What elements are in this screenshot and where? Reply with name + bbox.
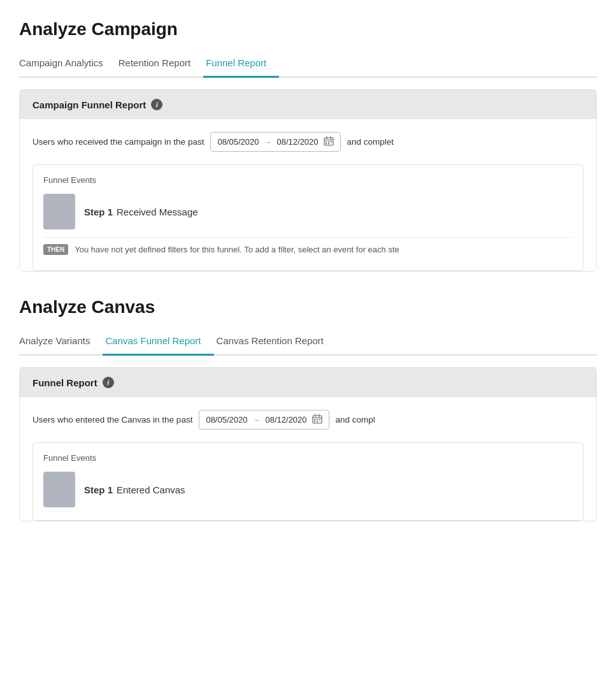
campaign-step1-block bbox=[43, 194, 75, 229]
canvas-date-label: Users who entered the Canvas in the past bbox=[32, 415, 192, 424]
campaign-date-to: 08/12/2020 bbox=[276, 137, 318, 147]
analyze-canvas-title: Analyze Canvas bbox=[19, 297, 597, 317]
campaign-date-range-input[interactable]: 08/05/2020 → 08/12/2020 bbox=[210, 132, 340, 152]
campaign-funnel-events-box: Funnel Events Step 1Received Message THE… bbox=[32, 164, 584, 271]
campaign-tab-bar: Campaign Analytics Retention Report Funn… bbox=[19, 51, 597, 78]
campaign-date-from: 08/05/2020 bbox=[217, 137, 259, 147]
campaign-funnel-events-label: Funnel Events bbox=[43, 175, 573, 185]
svg-rect-14 bbox=[317, 419, 318, 421]
canvas-funnel-card: Funnel Report i Users who entered the Ca… bbox=[19, 367, 597, 521]
tab-retention-report[interactable]: Retention Report bbox=[116, 51, 203, 78]
svg-rect-13 bbox=[314, 419, 315, 421]
canvas-step1-row: Step 1Entered Canvas bbox=[43, 472, 573, 507]
analyze-campaign-section: Analyze Campaign Campaign Analytics Rete… bbox=[19, 19, 597, 272]
canvas-calendar-icon[interactable] bbox=[312, 414, 322, 426]
campaign-date-row: Users who received the campaign in the p… bbox=[32, 132, 584, 152]
canvas-step1-block bbox=[43, 472, 75, 507]
canvas-arrow-icon: → bbox=[252, 416, 260, 424]
campaign-funnel-header-label: Campaign Funnel Report bbox=[32, 99, 146, 110]
canvas-date-row: Users who entered the Canvas in the past… bbox=[32, 410, 584, 430]
canvas-funnel-card-body: Users who entered the Canvas in the past… bbox=[20, 397, 596, 521]
campaign-date-label: Users who received the campaign in the p… bbox=[32, 137, 204, 147]
campaign-then-row: THEN You have not yet defined filters fo… bbox=[43, 237, 573, 258]
campaign-step1-label: Step 1Received Message bbox=[84, 207, 198, 217]
campaign-funnel-card-body: Users who received the campaign in the p… bbox=[20, 119, 596, 271]
campaign-funnel-info-icon[interactable]: i bbox=[151, 99, 162, 110]
canvas-funnel-info-icon[interactable]: i bbox=[103, 377, 114, 388]
svg-rect-6 bbox=[331, 141, 332, 143]
tab-analyze-variants[interactable]: Analyze Variants bbox=[19, 329, 103, 356]
svg-rect-17 bbox=[317, 421, 318, 423]
analyze-canvas-section: Analyze Canvas Analyze Variants Canvas F… bbox=[19, 297, 597, 521]
canvas-date-from: 08/05/2020 bbox=[206, 415, 247, 424]
canvas-and-complete: and compl bbox=[336, 415, 375, 424]
tab-campaign-analytics[interactable]: Campaign Analytics bbox=[19, 51, 116, 78]
svg-rect-4 bbox=[326, 141, 327, 143]
tab-canvas-funnel-report[interactable]: Canvas Funnel Report bbox=[103, 329, 213, 356]
canvas-funnel-events-box: Funnel Events Step 1Entered Canvas bbox=[32, 442, 584, 521]
campaign-and-complete: and complet bbox=[347, 137, 394, 147]
campaign-arrow-icon: → bbox=[264, 138, 271, 147]
canvas-date-range-input[interactable]: 08/05/2020 → 08/12/2020 bbox=[199, 410, 329, 430]
svg-rect-16 bbox=[314, 421, 315, 423]
svg-rect-7 bbox=[326, 143, 327, 145]
canvas-tab-bar: Analyze Variants Canvas Funnel Report Ca… bbox=[19, 329, 597, 356]
canvas-funnel-card-header: Funnel Report i bbox=[20, 368, 596, 397]
canvas-step1-label: Step 1Entered Canvas bbox=[84, 484, 185, 495]
campaign-funnel-card: Campaign Funnel Report i Users who recei… bbox=[19, 89, 597, 272]
analyze-campaign-title: Analyze Campaign bbox=[19, 19, 597, 40]
tab-funnel-report[interactable]: Funnel Report bbox=[203, 51, 279, 78]
svg-rect-8 bbox=[328, 143, 329, 145]
canvas-funnel-header-label: Funnel Report bbox=[32, 377, 97, 388]
canvas-funnel-events-label: Funnel Events bbox=[43, 453, 573, 463]
svg-rect-15 bbox=[319, 419, 320, 421]
campaign-step1-row: Step 1Received Message bbox=[43, 194, 573, 229]
campaign-funnel-card-header: Campaign Funnel Report i bbox=[20, 90, 596, 119]
campaign-filter-hint: You have not yet defined filters for thi… bbox=[75, 245, 573, 254]
svg-rect-5 bbox=[328, 141, 329, 143]
campaign-calendar-icon[interactable] bbox=[324, 136, 334, 148]
campaign-then-badge: THEN bbox=[43, 244, 68, 255]
tab-canvas-retention-report[interactable]: Canvas Retention Report bbox=[214, 329, 336, 356]
canvas-date-to: 08/12/2020 bbox=[265, 415, 306, 424]
